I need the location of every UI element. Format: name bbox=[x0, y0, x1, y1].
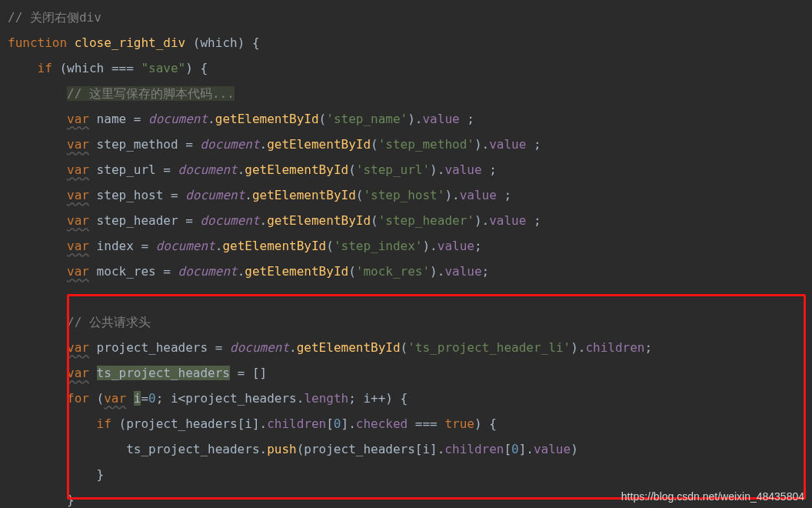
line-comment: // 这里写保存的脚本代码... bbox=[67, 86, 235, 101]
keyword-true: true bbox=[444, 416, 474, 431]
function-name: close_right_div bbox=[75, 35, 186, 50]
watermark-text: https://blog.csdn.net/weixin_48435804 bbox=[621, 491, 804, 502]
document-ref: document bbox=[148, 112, 208, 126]
string-literal: "save" bbox=[141, 61, 185, 75]
keyword-for: for bbox=[67, 391, 89, 406]
keyword-function: function bbox=[8, 35, 67, 50]
keyword-var: var bbox=[67, 112, 89, 126]
string-literal: 'step_name' bbox=[326, 112, 408, 126]
keyword-if: if bbox=[38, 61, 52, 75]
line-comment: // 公共请求头 bbox=[67, 315, 151, 329]
selected-identifier: ts_project_headers bbox=[97, 366, 230, 380]
param: which bbox=[200, 35, 237, 50]
code-editor[interactable]: // 关闭右侧div function close_right_div (whi… bbox=[0, 0, 812, 508]
line-comment: // 关闭右侧div bbox=[8, 10, 102, 25]
